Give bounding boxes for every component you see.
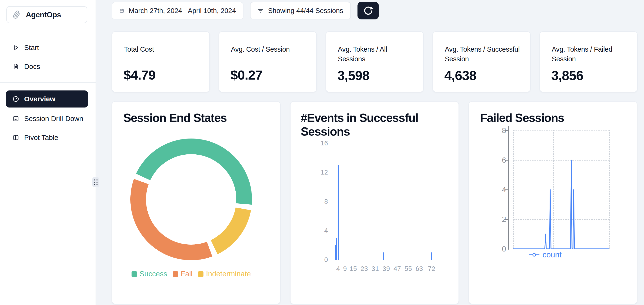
date-range-label: March 27th, 2024 - April 10th, 2024 xyxy=(129,7,236,15)
donut-segment[interactable] xyxy=(130,179,212,260)
legend-label: Indeterminate xyxy=(206,270,251,278)
y-tick-label: 12 xyxy=(311,169,328,176)
sidebar-item-label: Overview xyxy=(24,95,55,103)
x-tick-label: 39 xyxy=(382,265,390,272)
line-legend-count[interactable]: count xyxy=(529,250,562,259)
legend-swatch xyxy=(173,271,178,277)
sidebar-item-label: Docs xyxy=(24,63,40,71)
events-histogram-card: #Events in Successful Sessions 048121649… xyxy=(290,101,459,304)
donut-segment[interactable] xyxy=(136,139,252,205)
refresh-icon xyxy=(362,5,374,17)
stat-card-avg-tokens-all: Avg. Tokens / All Sessions 3,598 xyxy=(326,31,424,92)
document-icon xyxy=(12,63,20,70)
sidebar-item-label: Pivot Table xyxy=(24,134,58,142)
date-range-button[interactable]: March 27th, 2024 - April 10th, 2024 xyxy=(112,2,244,20)
histogram-bar xyxy=(335,245,336,260)
filter-icon xyxy=(258,8,264,14)
x-tick-label: 31 xyxy=(372,265,379,272)
stat-label: Avg. Tokens / All Sessions xyxy=(338,45,414,64)
x-tick-label: 4 xyxy=(336,265,340,272)
play-icon xyxy=(12,44,20,51)
sidebar-item-docs[interactable]: Docs xyxy=(6,60,88,73)
stat-label: Total Cost xyxy=(124,45,200,54)
y-tick-label: 4 xyxy=(311,227,328,234)
line-legend-label: count xyxy=(542,250,562,259)
line-legend-marker-icon xyxy=(529,252,540,257)
stat-card-avg-tokens-failed: Avg. Tokens / Failed Session 3,856 xyxy=(540,31,638,92)
sidebar-item-overview[interactable]: Overview xyxy=(6,91,88,108)
x-tick-label: 55 xyxy=(404,265,412,272)
sidebar: AgentOps Start Docs xyxy=(0,0,96,305)
sidebar-item-session-drill-down[interactable]: Session Drill-Down xyxy=(6,112,88,126)
gauge-icon xyxy=(12,95,20,103)
legend-item-fail[interactable]: Fail xyxy=(173,270,192,278)
x-tick-label: 63 xyxy=(416,265,423,272)
x-tick-label: 23 xyxy=(360,265,368,272)
stat-label: Avg. Cost / Session xyxy=(231,45,307,54)
x-tick-label: 72 xyxy=(428,265,435,272)
stat-value: 4,638 xyxy=(444,68,476,83)
stat-card-avg-cost-session: Avg. Cost / Session $0.27 xyxy=(218,31,317,92)
filter-label: Showing 44/44 Sessions xyxy=(268,7,343,15)
sidebar-item-label: Session Drill-Down xyxy=(24,115,83,123)
histogram-bar xyxy=(431,252,432,260)
list-icon xyxy=(12,115,20,122)
x-tick-label: 47 xyxy=(394,265,401,272)
sidebar-item-pivot-table[interactable]: Pivot Table xyxy=(6,131,88,144)
donut-legend: Success Fail Indeterminate xyxy=(112,270,270,278)
count-series-line xyxy=(469,102,638,305)
sidebar-resize-handle[interactable] xyxy=(92,177,99,187)
stat-value: 3,598 xyxy=(338,68,369,83)
x-tick-label: 15 xyxy=(350,265,357,272)
legend-swatch xyxy=(132,271,137,277)
sidebar-divider xyxy=(0,31,96,31)
sidebar-item-start[interactable]: Start xyxy=(6,41,88,55)
filter-button[interactable]: Showing 44/44 Sessions xyxy=(250,2,351,20)
brand-name: AgentOps xyxy=(26,11,61,19)
calendar-icon xyxy=(119,8,124,13)
stat-value: $0.27 xyxy=(230,67,262,83)
y-tick-label: 0 xyxy=(311,256,328,263)
histogram-bar xyxy=(338,165,339,260)
session-end-states-card: Session End States Success Fail Indeterm… xyxy=(112,101,280,304)
legend-label: Fail xyxy=(181,270,192,278)
stat-value: $4.79 xyxy=(124,67,156,83)
legend-item-indeterminate[interactable]: Indeterminate xyxy=(198,270,251,278)
refresh-button[interactable] xyxy=(358,2,379,20)
sidebar-item-label: Start xyxy=(24,44,39,52)
stat-label: Avg. Tokens / Failed Session xyxy=(552,45,628,64)
donut-segment[interactable] xyxy=(211,207,251,254)
stat-card-total-cost: Total Cost $4.79 xyxy=(112,31,210,92)
stat-card-avg-tokens-successful: Avg. Tokens / Successful Session 4,638 xyxy=(432,31,531,92)
bar-chart: 0481216491523313947556372 xyxy=(290,102,458,304)
legend-swatch xyxy=(198,271,204,277)
y-tick-label: 8 xyxy=(311,198,328,205)
columns-icon xyxy=(12,134,20,141)
agentops-dashboard: AgentOps Start Docs xyxy=(0,0,644,305)
legend-label: Success xyxy=(140,270,167,278)
paperclip-logo-icon xyxy=(12,11,20,19)
stat-value: 3,856 xyxy=(551,68,583,83)
failed-sessions-card: Failed Sessions 02468 count xyxy=(468,101,638,304)
line-chart: 02468 xyxy=(469,102,637,304)
brand-logo[interactable]: AgentOps xyxy=(6,6,87,23)
histogram-bar xyxy=(383,252,384,260)
sidebar-divider xyxy=(0,82,96,83)
stat-label: Avg. Tokens / Successful Session xyxy=(445,45,521,64)
legend-item-success[interactable]: Success xyxy=(132,270,167,278)
histogram-bar xyxy=(336,238,338,260)
x-tick-label: 9 xyxy=(343,265,347,272)
topbar: March 27th, 2024 - April 10th, 2024 Show… xyxy=(112,2,379,20)
y-tick-label: 16 xyxy=(311,139,328,147)
